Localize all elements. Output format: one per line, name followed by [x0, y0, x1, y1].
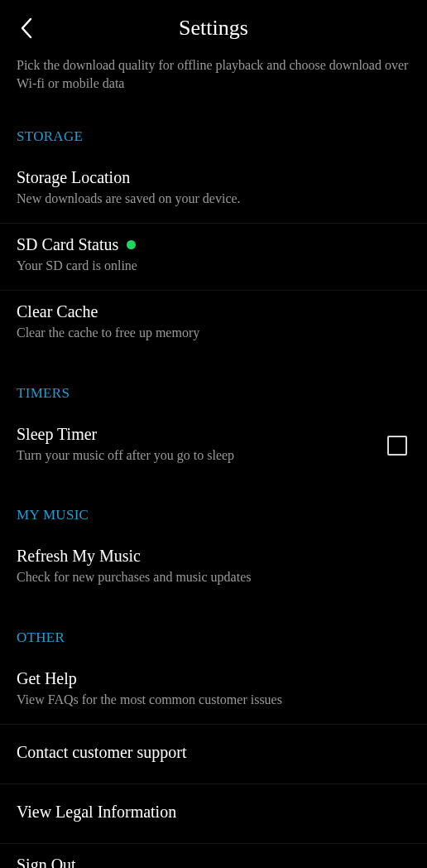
- sign-out-row[interactable]: Sign Out Signed in as Saurabh Jadhav: [0, 844, 427, 868]
- get-help-sub: View FAQs for the most common customer i…: [17, 692, 410, 709]
- get-help-title: Get Help: [17, 669, 410, 688]
- clear-cache-title: Clear Cache: [17, 302, 410, 321]
- legal-info-title: View Legal Information: [17, 796, 410, 828]
- contact-support-title: Contact customer support: [17, 736, 410, 769]
- sd-card-status-row[interactable]: SD Card Status Your SD card is online: [0, 224, 427, 291]
- section-other-header: OTHER: [0, 601, 427, 658]
- sign-out-title: Sign Out: [17, 856, 410, 868]
- settings-content: Pick the download quality for offline pl…: [0, 56, 427, 868]
- contact-support-row[interactable]: Contact customer support: [0, 725, 427, 784]
- status-dot-online-icon: [127, 240, 136, 249]
- header: Settings: [0, 0, 427, 56]
- sd-card-status-sub: Your SD card is online: [17, 258, 410, 275]
- storage-location-row[interactable]: Storage Location New downloads are saved…: [0, 157, 427, 224]
- sleep-timer-checkbox[interactable]: [387, 436, 407, 456]
- page-title: Settings: [179, 16, 248, 41]
- refresh-my-music-row[interactable]: Refresh My Music Check for new purchases…: [0, 535, 427, 601]
- clear-cache-sub: Clear the cache to free up memory: [17, 325, 410, 342]
- back-button[interactable]: [15, 16, 40, 41]
- clear-cache-row[interactable]: Clear Cache Clear the cache to free up m…: [0, 291, 427, 357]
- download-quality-description: Pick the download quality for offline pl…: [0, 56, 427, 100]
- section-timers-header: TIMERS: [0, 357, 427, 413]
- sd-card-status-title: SD Card Status: [17, 235, 410, 254]
- section-my-music-header: My MUSIC: [0, 479, 427, 535]
- storage-location-title: Storage Location: [17, 168, 410, 187]
- sleep-timer-sub: Turn your music off after you go to slee…: [17, 447, 410, 465]
- section-storage-header: STORAGE: [0, 100, 427, 157]
- chevron-left-icon: [19, 17, 36, 39]
- refresh-my-music-sub: Check for new purchases and music update…: [17, 569, 410, 586]
- sleep-timer-title: Sleep Timer: [17, 425, 410, 444]
- storage-location-sub: New downloads are saved on your device.: [17, 190, 410, 208]
- get-help-row[interactable]: Get Help View FAQs for the most common c…: [0, 658, 427, 725]
- sleep-timer-row[interactable]: Sleep Timer Turn your music off after yo…: [0, 413, 427, 480]
- sd-card-status-label: SD Card Status: [17, 235, 118, 254]
- refresh-my-music-title: Refresh My Music: [17, 547, 410, 566]
- legal-info-row[interactable]: View Legal Information: [0, 784, 427, 844]
